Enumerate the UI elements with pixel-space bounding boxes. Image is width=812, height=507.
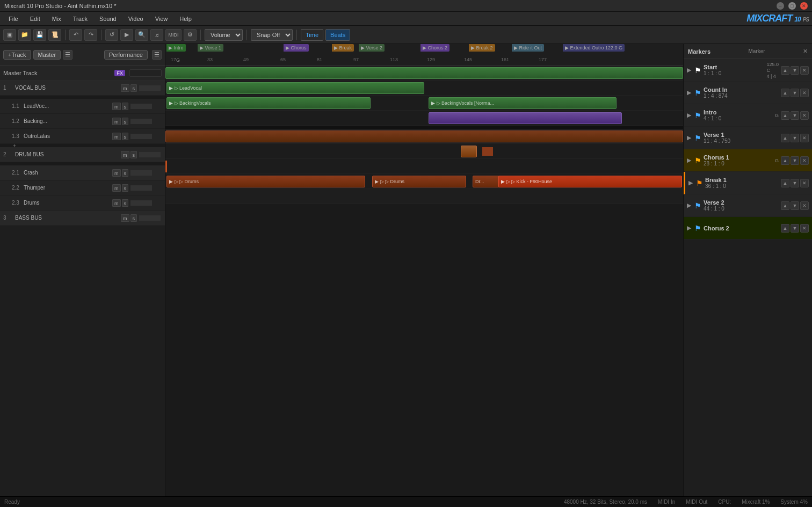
section-verse2[interactable]: ▶ Verse 2 <box>359 44 385 52</box>
marker-verse1-down[interactable]: ▼ <box>791 134 799 142</box>
outro-lalas-fader[interactable] <box>130 134 152 139</box>
marker-count-in-up[interactable]: ▲ <box>781 89 789 97</box>
time-button[interactable]: Time <box>301 29 323 41</box>
redo-button[interactable]: ↷ <box>84 29 97 41</box>
marker-verse2-up[interactable]: ▲ <box>781 201 789 210</box>
search-button[interactable]: 🔍 <box>135 29 148 41</box>
marker-break1-del[interactable]: ✕ <box>800 179 809 187</box>
crash-solo[interactable]: s <box>122 169 129 177</box>
marker-intro-down[interactable]: ▼ <box>791 111 799 120</box>
menu-file[interactable]: File <box>3 15 24 23</box>
marker-break1-expand[interactable]: ▶ <box>688 179 694 186</box>
marker-start-up[interactable]: ▲ <box>781 66 789 75</box>
performance-menu-button[interactable]: ☰ <box>152 50 162 60</box>
marker-break1-up[interactable]: ▲ <box>781 179 789 187</box>
marker-count-in[interactable]: ▶ ⚑ Count In 1 : 4 : 874 ▲ ▼ ✕ <box>684 82 812 104</box>
menu-help[interactable]: Help <box>174 15 197 23</box>
section-intro[interactable]: ▶ Intro <box>166 44 186 52</box>
section-chorus2[interactable]: ▶ Chorus 2 <box>421 44 450 52</box>
marker-chorus1-expand[interactable]: ▶ <box>687 157 692 164</box>
kick-clip[interactable]: ▶ ▷ ▷ Kick - F90House <box>498 176 682 187</box>
track-bass-bus[interactable]: 3 BASS BUS m s <box>0 211 165 226</box>
track-vocal-bus[interactable]: 1 VOCAL BUS m s <box>0 81 165 96</box>
track-drum-bus[interactable]: 2 DRUM BUS m s <box>0 147 165 162</box>
minimize-button[interactable]: – <box>777 2 784 10</box>
thumper-fader[interactable] <box>130 185 152 191</box>
menu-view[interactable]: View <box>150 15 173 23</box>
bass-bus-fader[interactable] <box>139 215 161 221</box>
menu-video[interactable]: Video <box>123 15 149 23</box>
drums-clip2[interactable]: ▶ ▷ ▷ Drums <box>372 176 466 187</box>
section-chorus[interactable]: ▶ Chorus <box>284 44 309 52</box>
beats-button[interactable]: Beats <box>325 29 350 41</box>
marker-intro[interactable]: ▶ ⚑ Intro 4 : 1 : 0 G ▲ ▼ ✕ <box>684 104 812 127</box>
undo-button[interactable]: ↶ <box>69 29 82 41</box>
marker-start-expand[interactable]: ▶ <box>687 67 692 74</box>
outro-lalas-mute[interactable]: m <box>112 133 121 140</box>
marker-count-in-expand[interactable]: ▶ <box>687 89 692 96</box>
close-button[interactable]: ✕ <box>800 2 808 10</box>
marker-verse1-expand[interactable]: ▶ <box>687 134 692 141</box>
marker-chorus1[interactable]: ▶ ⚑ Chorus 1 28 : 1 : 0 G ▲ ▼ ✕ <box>684 149 812 172</box>
vocal-bus-mute[interactable]: m <box>121 84 129 92</box>
section-break2[interactable]: ▶ Break 2 <box>469 44 495 52</box>
drums-mute[interactable]: m <box>112 199 121 207</box>
master-fx-button[interactable]: FX <box>114 70 125 76</box>
marker-start-del[interactable]: ✕ <box>800 66 809 75</box>
marker-count-in-del[interactable]: ✕ <box>800 89 809 97</box>
lead-vocal-solo[interactable]: s <box>122 103 129 110</box>
performance-button[interactable]: Performance <box>104 50 148 60</box>
lead-vocal-fader[interactable] <box>130 104 152 109</box>
backing-vocals-clip1[interactable]: ▶ ▷ BackingVocals <box>166 97 371 109</box>
save-button[interactable]: 💾 <box>33 29 46 41</box>
midi-button[interactable]: MIDI <box>165 29 182 41</box>
drum-bus-solo[interactable]: s <box>130 151 137 158</box>
marker-intro-expand[interactable]: ▶ <box>687 112 692 119</box>
lead-vocal-mute[interactable]: m <box>112 103 121 110</box>
marker-chorus2[interactable]: ▶ ⚑ Chorus 2 ▲ ▼ ✕ <box>684 217 812 240</box>
drums-fader[interactable] <box>130 200 152 206</box>
punch-button[interactable]: ▶ <box>120 29 133 41</box>
marker-chorus1-up[interactable]: ▲ <box>781 156 789 165</box>
marker-chorus2-del[interactable]: ✕ <box>800 224 809 233</box>
menu-sound[interactable]: Sound <box>94 15 122 23</box>
save-as-button[interactable]: 📜 <box>48 29 61 41</box>
thumper-mute[interactable]: m <box>112 184 121 192</box>
markers-close-button[interactable]: ✕ <box>803 48 808 55</box>
marker-break1-down[interactable]: ▼ <box>791 179 799 187</box>
track-drums[interactable]: 2.3 Drums m s <box>0 195 165 211</box>
track-crash[interactable]: 2.1 Crash m s <box>0 165 165 180</box>
outro-lalas-solo[interactable]: s <box>122 133 129 140</box>
vocal-bus-clip[interactable] <box>165 67 683 79</box>
marker-chorus1-del[interactable]: ✕ <box>800 156 809 165</box>
marker-chorus2-down[interactable]: ▼ <box>791 224 799 233</box>
section-break[interactable]: ▶ Break <box>332 44 354 52</box>
marker-chorus2-expand[interactable]: ▶ <box>687 224 692 231</box>
bass-bus-solo[interactable]: s <box>130 214 137 222</box>
section-extended-outro[interactable]: ▶ Extended Outro 122.0 G <box>563 44 625 52</box>
new-button[interactable]: ▣ <box>3 29 16 41</box>
crash-clip[interactable] <box>461 146 477 157</box>
marker-break1[interactable]: ▶ ⚑ Break 1 36 : 1 : 0 ▲ ▼ ✕ <box>684 172 812 194</box>
backing-vocals-fader[interactable] <box>130 119 152 124</box>
marker-verse1[interactable]: ▶ ⚑ Verse 1 11 : 4 : 750 ▲ ▼ ✕ <box>684 127 812 149</box>
menu-mix[interactable]: Mix <box>47 15 67 23</box>
crash-mute[interactable]: m <box>112 169 121 177</box>
drum-bus-fader[interactable] <box>139 152 161 157</box>
vocal-bus-solo[interactable]: s <box>130 84 137 92</box>
maximize-button[interactable]: □ <box>788 2 796 10</box>
lead-vocal-clip[interactable]: ▶ ▷ LeadVocal <box>166 82 424 94</box>
bass-bus-mute[interactable]: m <box>121 214 129 222</box>
crash-clip2[interactable] <box>482 147 493 156</box>
vocal-bus-fader[interactable] <box>139 85 161 91</box>
volume-select[interactable]: Volume <box>205 29 243 41</box>
drum-bus-mute[interactable]: m <box>121 151 129 158</box>
section-verse1[interactable]: ▶ Verse 1 <box>198 44 223 52</box>
marker-verse2-expand[interactable]: ▶ <box>687 202 692 209</box>
crash-fader[interactable] <box>130 170 152 176</box>
outro-lalas-clip[interactable] <box>429 112 622 124</box>
drums-solo[interactable]: s <box>122 199 129 207</box>
marker-chorus2-up[interactable]: ▲ <box>781 224 789 233</box>
marker-verse1-up[interactable]: ▲ <box>781 134 789 142</box>
master-volume-slider[interactable] <box>129 69 162 77</box>
